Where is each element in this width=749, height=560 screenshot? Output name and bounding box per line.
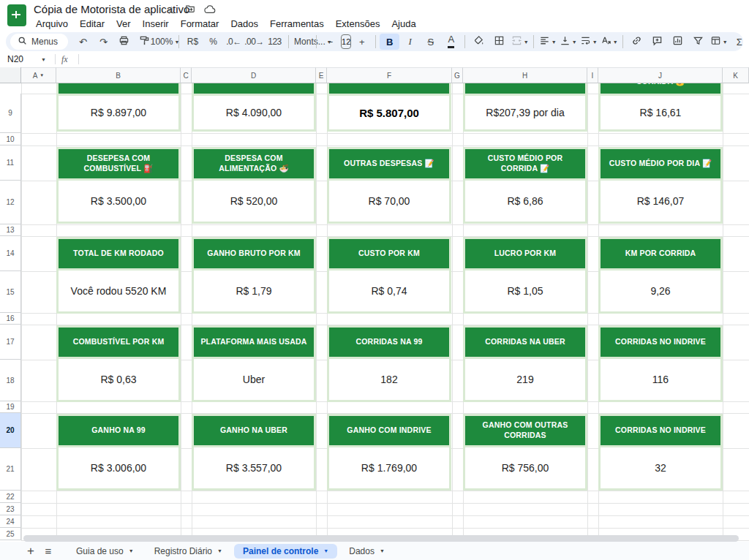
menu-ajuda[interactable]: Ajuda [386,18,421,30]
undo-button[interactable]: ↶ [73,34,93,50]
sheet-tab-registro-diário[interactable]: Registro Diário▼ [146,544,231,559]
card-header-cell[interactable]: DESPESA COM ALIMENTAÇÃO 🍜 [194,149,314,181]
font-family-select[interactable]: Monts...▼ [293,34,312,50]
card-header-cell[interactable]: PLATAFORMA MAIS USADA [194,328,314,359]
column-header-B[interactable]: B [56,67,181,83]
row-header-22[interactable]: 22 [0,491,21,503]
formula-input[interactable] [85,51,749,67]
menu-ver[interactable]: Ver [111,18,136,30]
column-header-F[interactable]: F [327,67,452,83]
row-header-25[interactable]: 25 [0,528,21,540]
card-header-cell[interactable]: GANHO BRUTO POR KM [194,239,314,270]
strikethrough-button[interactable]: S [421,34,440,50]
sheets-logo-icon[interactable] [7,4,26,26]
card-header-cell[interactable] [465,83,585,96]
decrease-decimal-button[interactable]: .0← [224,34,244,50]
row-header-19[interactable]: 19 [0,401,21,413]
format-percent-button[interactable]: % [203,34,223,50]
card-value-cell[interactable]: 219 [465,359,585,400]
column-header-K[interactable]: K [723,67,749,83]
menu-inserir[interactable]: Inserir [138,18,174,30]
text-wrap-button[interactable]: ▼ [579,34,598,50]
card-header-cell[interactable]: COMBUSTÍVEL POR KM [59,328,178,359]
row-header-17[interactable]: 17 [0,325,21,360]
column-header-G[interactable]: G [452,67,463,83]
card-header-cell[interactable] [329,83,449,96]
card-header-cell[interactable]: CORRIDAS NA 99 [329,328,449,359]
redo-button[interactable]: ↷ [94,34,113,50]
row-header-24[interactable]: 24 [0,515,21,528]
row-header-23[interactable]: 23 [0,503,21,515]
horizontal-scrollbar[interactable] [23,535,739,542]
card-value-cell[interactable]: R$ 4.090,00 [194,96,314,129]
more-formats-button[interactable]: 123 [265,34,285,50]
column-header-J[interactable]: J [598,67,723,83]
insert-chart-button[interactable] [668,34,688,50]
menu-extensões[interactable]: Extensões [331,18,385,30]
card-header-cell[interactable]: KM POR CORRIDA [601,239,720,270]
row-header-9[interactable]: 9 [0,94,21,133]
card-header-cell[interactable]: CORRIDAS NO INDRIVE [601,328,720,359]
menu-formatar[interactable]: Formatar [176,18,225,30]
add-sheet-button[interactable]: + [22,544,39,559]
card-value-cell[interactable]: R$ 9.897,00 [59,96,178,129]
card-value-cell[interactable]: 116 [601,359,720,400]
card-value-cell[interactable]: 32 [601,447,720,488]
create-filter-button[interactable] [688,34,708,50]
format-currency-button[interactable]: R$ [183,34,203,50]
table-views-button[interactable]: ▼ [709,34,729,50]
font-size-input[interactable]: 12 [341,34,351,49]
merge-cells-button[interactable]: ▼ [510,34,530,50]
horizontal-align-button[interactable]: ▼ [538,34,557,50]
row-header-16[interactable]: 16 [0,313,21,325]
card-value-cell[interactable]: R$ 146,07 [601,181,720,222]
vertical-align-button[interactable]: ▼ [558,34,578,50]
card-header-cell[interactable] [59,83,178,96]
card-value-cell[interactable]: R$ 1,79 [194,270,314,311]
increase-decimal-button[interactable]: .00→ [244,34,264,50]
card-value-cell[interactable]: R$ 0,74 [329,270,449,311]
menu-ferramentas[interactable]: Ferramentas [265,18,329,30]
card-header-cell[interactable]: CORRIDA 💰 [601,83,720,96]
card-value-cell[interactable]: R$ 3.006,00 [59,447,178,488]
card-header-cell[interactable]: OUTRAS DESPESAS 📝 [329,149,449,181]
column-header-A[interactable]: A▼ [21,67,56,83]
print-button[interactable] [114,34,134,50]
sheet-tab-guia-de-uso[interactable]: Guia de uso▼ [67,544,143,559]
card-header-cell[interactable]: GANHO COM INDRIVE [329,416,449,447]
card-header-cell[interactable]: DESEPESA COM COMBUSTÍVEL ⛽ [59,149,178,181]
menu-arquivo[interactable]: Arquivo [31,18,73,30]
card-header-cell[interactable]: GANHO NA 99 [59,416,178,447]
increase-font-size-button[interactable]: + [352,34,372,50]
card-value-cell[interactable]: R$ 5.807,00 [329,96,449,129]
row-header-15[interactable]: 15 [0,271,21,313]
card-value-cell[interactable]: 9,26 [601,270,720,311]
card-value-cell[interactable]: Você rodou 5520 KM [59,270,178,311]
sheet-tab-dados[interactable]: Dados▼ [340,544,394,559]
menu-dados[interactable]: Dados [225,18,263,30]
card-value-cell[interactable]: R$ 1,05 [465,270,585,311]
insert-link-button[interactable] [627,34,647,50]
column-filter-icon[interactable]: ▼ [39,73,44,77]
card-value-cell[interactable]: R$ 1.769,00 [329,447,449,488]
column-header-H[interactable]: H [463,67,587,83]
fill-color-button[interactable] [469,34,489,50]
row-header-13[interactable]: 13 [0,224,21,236]
functions-button[interactable]: Σ [729,34,749,50]
card-header-cell[interactable]: CORRIDAS NO INDRIVE [601,416,720,447]
card-value-cell[interactable]: R$ 520,00 [194,181,314,222]
text-rotation-button[interactable]: ▼ [599,34,619,50]
card-value-cell[interactable]: Uber [194,359,314,400]
borders-button[interactable] [489,34,509,50]
cloud-status-icon[interactable] [204,4,216,16]
insert-comment-button[interactable] [647,34,667,50]
all-sheets-button[interactable]: ≡ [39,545,57,557]
bold-button[interactable]: B [380,34,399,50]
star-icon[interactable]: ☆ [167,4,176,16]
move-folder-icon[interactable] [185,4,195,16]
row-header-14[interactable]: 14 [0,236,21,271]
decrease-font-size-button[interactable]: − [320,34,340,50]
card-header-cell[interactable] [194,83,314,96]
card-value-cell[interactable]: R$ 0,63 [59,359,178,400]
menu-editar[interactable]: Editar [75,18,110,30]
